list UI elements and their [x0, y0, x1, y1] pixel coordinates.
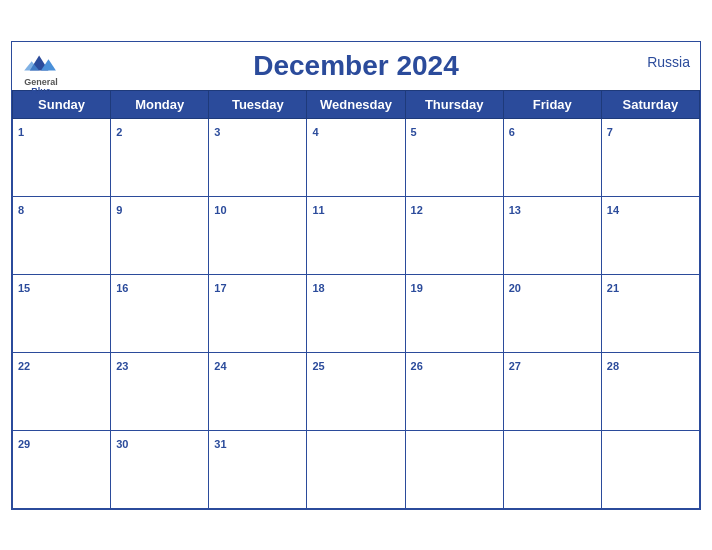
calendar-day-cell: 1: [13, 118, 111, 196]
calendar-day-cell: 27: [503, 352, 601, 430]
calendar-day-cell: 21: [601, 274, 699, 352]
calendar-day-cell: 16: [111, 274, 209, 352]
calendar-day-cell: 23: [111, 352, 209, 430]
calendar-day-cell: 24: [209, 352, 307, 430]
day-number: 14: [607, 204, 619, 216]
calendar-day-cell: 17: [209, 274, 307, 352]
calendar-day-cell: 4: [307, 118, 405, 196]
brand-logo-area: General Blue: [22, 50, 60, 96]
header-thursday: Thursday: [405, 90, 503, 118]
calendar-week-row: 15161718192021: [13, 274, 700, 352]
calendar-day-cell: 9: [111, 196, 209, 274]
calendar-day-cell: 29: [13, 430, 111, 508]
calendar-day-cell: 31: [209, 430, 307, 508]
day-number: 26: [411, 360, 423, 372]
day-number: 18: [312, 282, 324, 294]
calendar-day-cell: 11: [307, 196, 405, 274]
day-number: 1: [18, 126, 24, 138]
calendar-day-cell: 26: [405, 352, 503, 430]
day-number: 23: [116, 360, 128, 372]
day-number: 5: [411, 126, 417, 138]
calendar-day-cell: 12: [405, 196, 503, 274]
day-number: 22: [18, 360, 30, 372]
header-wednesday: Wednesday: [307, 90, 405, 118]
calendar: General Blue December 2024 Russia Sunday…: [11, 41, 701, 510]
calendar-day-cell: 10: [209, 196, 307, 274]
weekday-header-row: Sunday Monday Tuesday Wednesday Thursday…: [13, 90, 700, 118]
day-number: 6: [509, 126, 515, 138]
calendar-day-cell: 20: [503, 274, 601, 352]
header-monday: Monday: [111, 90, 209, 118]
calendar-week-row: 22232425262728: [13, 352, 700, 430]
day-number: 24: [214, 360, 226, 372]
calendar-header: General Blue December 2024 Russia: [12, 42, 700, 90]
calendar-day-cell: 2: [111, 118, 209, 196]
calendar-day-cell: 7: [601, 118, 699, 196]
day-number: 7: [607, 126, 613, 138]
day-number: 9: [116, 204, 122, 216]
calendar-day-cell: 13: [503, 196, 601, 274]
calendar-day-cell: [601, 430, 699, 508]
header-tuesday: Tuesday: [209, 90, 307, 118]
calendar-day-cell: 5: [405, 118, 503, 196]
day-number: 21: [607, 282, 619, 294]
day-number: 12: [411, 204, 423, 216]
header-friday: Friday: [503, 90, 601, 118]
calendar-week-row: 293031: [13, 430, 700, 508]
day-number: 11: [312, 204, 324, 216]
day-number: 25: [312, 360, 324, 372]
calendar-day-cell: [405, 430, 503, 508]
day-number: 17: [214, 282, 226, 294]
day-number: 8: [18, 204, 24, 216]
calendar-table: Sunday Monday Tuesday Wednesday Thursday…: [12, 90, 700, 509]
day-number: 15: [18, 282, 30, 294]
calendar-day-cell: 8: [13, 196, 111, 274]
day-number: 29: [18, 438, 30, 450]
calendar-day-cell: 30: [111, 430, 209, 508]
calendar-day-cell: 3: [209, 118, 307, 196]
calendar-day-cell: 15: [13, 274, 111, 352]
day-number: 3: [214, 126, 220, 138]
day-number: 10: [214, 204, 226, 216]
calendar-day-cell: [307, 430, 405, 508]
country-label: Russia: [647, 54, 690, 70]
calendar-day-cell: 18: [307, 274, 405, 352]
day-number: 31: [214, 438, 226, 450]
brand-blue-text: Blue: [31, 87, 51, 96]
calendar-week-row: 891011121314: [13, 196, 700, 274]
generalblue-logo-icon: [22, 50, 60, 78]
calendar-day-cell: 14: [601, 196, 699, 274]
header-saturday: Saturday: [601, 90, 699, 118]
calendar-title: December 2024: [22, 50, 690, 82]
calendar-day-cell: 6: [503, 118, 601, 196]
day-number: 16: [116, 282, 128, 294]
day-number: 13: [509, 204, 521, 216]
day-number: 19: [411, 282, 423, 294]
calendar-day-cell: [503, 430, 601, 508]
day-number: 27: [509, 360, 521, 372]
calendar-day-cell: 28: [601, 352, 699, 430]
calendar-day-cell: 25: [307, 352, 405, 430]
calendar-week-row: 1234567: [13, 118, 700, 196]
day-number: 2: [116, 126, 122, 138]
calendar-body: 1234567891011121314151617181920212223242…: [13, 118, 700, 508]
calendar-day-cell: 19: [405, 274, 503, 352]
day-number: 30: [116, 438, 128, 450]
calendar-day-cell: 22: [13, 352, 111, 430]
day-number: 4: [312, 126, 318, 138]
day-number: 28: [607, 360, 619, 372]
day-number: 20: [509, 282, 521, 294]
